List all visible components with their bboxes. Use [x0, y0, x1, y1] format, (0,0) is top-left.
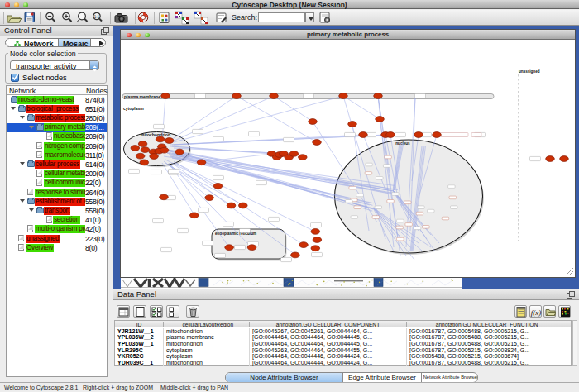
svg-text:plasma membrane: plasma membrane: [124, 94, 160, 99]
svg-text:Network: Network: [24, 40, 55, 47]
svg-text:mitochondrion: mitochondrion: [141, 132, 170, 137]
svg-text:Mosaic: Mosaic: [63, 40, 89, 47]
svg-text:1:1: 1:1: [94, 15, 100, 19]
svg-text:f(x): f(x): [531, 308, 542, 317]
svg-text:cytoplasm: cytoplasm: [123, 106, 144, 111]
svg-text:unassigned: unassigned: [519, 69, 540, 74]
